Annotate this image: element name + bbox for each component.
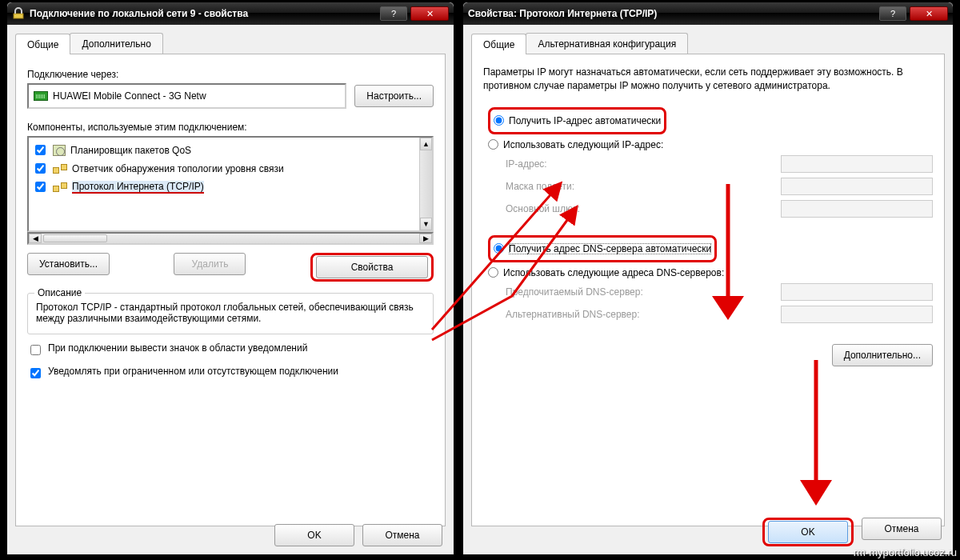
ip-auto-radio[interactable] xyxy=(494,115,504,126)
tcpip-icon xyxy=(53,182,67,192)
ok-button[interactable]: OK xyxy=(274,524,354,546)
ip-auto-highlight: Получить IP-адрес автоматически xyxy=(488,107,666,134)
tabstrip: Общие Дополнительно xyxy=(15,33,446,54)
advanced-button[interactable]: Дополнительно... xyxy=(832,344,933,366)
dns-manual-label: Использовать следующие адреса DNS-сервер… xyxy=(503,267,724,278)
gateway-input xyxy=(781,200,933,218)
dns-auto-radio[interactable] xyxy=(494,243,504,254)
qos-icon xyxy=(53,145,66,156)
description-caption: Описание xyxy=(34,287,85,298)
nic-icon xyxy=(34,91,48,101)
item-checkbox[interactable] xyxy=(35,145,46,155)
titlebar[interactable]: Подключение по локальной сети 9 - свойст… xyxy=(7,2,454,25)
item-label: Планировщик пакетов QoS xyxy=(70,145,191,156)
cancel-button[interactable]: Отмена xyxy=(362,524,442,546)
topology-icon xyxy=(53,164,67,174)
window-title: Подключение по локальной сети 9 - свойст… xyxy=(30,8,377,19)
ok-highlight: OK xyxy=(762,518,854,546)
dns-alt-label: Альтернативный DNS-сервер: xyxy=(506,309,773,320)
scroll-left-icon[interactable]: ◀ xyxy=(29,234,42,243)
description-text: Протокол TCP/IP - стандартный протокол г… xyxy=(36,302,425,324)
intro-text: Параметры IP могут назначаться автоматич… xyxy=(483,66,933,93)
uninstall-button: Удалить xyxy=(174,253,246,275)
ok-button[interactable]: OK xyxy=(768,521,848,543)
tab-alt-config[interactable]: Альтернативная конфигурация xyxy=(526,33,688,54)
close-button[interactable]: ✕ xyxy=(410,6,449,21)
dns-auto-label: Получить адрес DNS-сервера автоматически xyxy=(509,243,711,254)
ip-manual-radio[interactable] xyxy=(488,139,498,150)
lan-properties-dialog: Подключение по локальной сети 9 - свойст… xyxy=(6,2,454,555)
configure-button[interactable]: Настроить... xyxy=(354,85,434,107)
connect-via-label: Подключение через: xyxy=(27,69,434,80)
description-group: Описание Протокол TCP/IP - стандартный п… xyxy=(27,293,434,334)
tray-icon-label: При подключении вывести значок в области… xyxy=(48,342,307,354)
close-button[interactable]: ✕ xyxy=(910,6,948,21)
connection-icon xyxy=(12,7,25,20)
components-list[interactable]: Планировщик пакетов QoS Ответчик обнаруж… xyxy=(27,136,434,232)
ip-address-label: IP-адрес: xyxy=(506,158,773,170)
install-button[interactable]: Установить... xyxy=(27,253,110,275)
gateway-label: Основной шлюз: xyxy=(506,203,773,214)
window-title: Свойства: Протокол Интернета (TCP/IP) xyxy=(468,8,876,19)
ip-auto-label: Получить IP-адрес автоматически xyxy=(509,115,661,126)
tcpip-properties-dialog: Свойства: Протокол Интернета (TCP/IP) ? … xyxy=(462,2,954,555)
tray-icon-checkbox[interactable] xyxy=(30,345,41,355)
tab-advanced[interactable]: Дополнительно xyxy=(70,33,162,54)
list-item[interactable]: Ответчик обнаружения топологии уровня св… xyxy=(30,159,418,178)
ip-address-input xyxy=(781,155,933,173)
item-checkbox[interactable] xyxy=(35,182,46,192)
vertical-scrollbar[interactable]: ▲ ▼ xyxy=(419,138,432,230)
titlebar[interactable]: Свойства: Протокол Интернета (TCP/IP) ? … xyxy=(463,2,953,25)
cancel-button[interactable]: Отмена xyxy=(862,518,942,540)
components-label: Компоненты, используемые этим подключени… xyxy=(27,122,434,133)
tab-general[interactable]: Общие xyxy=(15,34,70,54)
limited-conn-label: Уведомлять при ограниченном или отсутств… xyxy=(48,366,338,377)
properties-highlight: Свойства xyxy=(310,253,434,282)
list-item[interactable]: Планировщик пакетов QoS xyxy=(30,141,418,159)
scroll-right-icon[interactable]: ▶ xyxy=(419,234,432,243)
subnet-mask-input xyxy=(781,178,933,195)
list-item-selected[interactable]: Протокол Интернета (TCP/IP) xyxy=(30,178,418,196)
item-checkbox[interactable] xyxy=(35,163,46,174)
adapter-name: HUAWEI Mobile Connect - 3G Netw xyxy=(53,90,206,102)
scroll-thumb[interactable] xyxy=(43,234,107,242)
item-label: Ответчик обнаружения топологии уровня св… xyxy=(72,163,284,174)
svg-rect-0 xyxy=(14,14,23,18)
ip-manual-label: Использовать следующий IP-адрес: xyxy=(503,139,663,150)
watermark: rm-myportfolio.ucoz.ru xyxy=(854,546,957,558)
horizontal-scrollbar[interactable]: ◀ ▶ xyxy=(27,232,434,245)
scroll-up-icon[interactable]: ▲ xyxy=(420,138,432,150)
scroll-down-icon[interactable]: ▼ xyxy=(420,218,432,230)
properties-button[interactable]: Свойства xyxy=(316,256,428,278)
tab-general[interactable]: Общие xyxy=(471,34,526,54)
limited-conn-checkbox[interactable] xyxy=(30,368,41,378)
dns-alt-input xyxy=(781,306,933,323)
dns-pref-label: Предпочитаемый DNS-сервер: xyxy=(506,286,773,298)
dns-manual-radio[interactable] xyxy=(488,267,498,278)
subnet-mask-label: Маска подсети: xyxy=(506,181,773,192)
help-button[interactable]: ? xyxy=(879,6,906,21)
dns-pref-input xyxy=(781,283,933,301)
help-button[interactable]: ? xyxy=(380,6,407,21)
adapter-field: HUAWEI Mobile Connect - 3G Netw xyxy=(27,83,346,109)
dns-auto-highlight: Получить адрес DNS-сервера автоматически xyxy=(488,235,717,262)
item-label: Протокол Интернета (TCP/IP) xyxy=(72,181,204,194)
tabstrip: Общие Альтернативная конфигурация xyxy=(471,33,945,54)
